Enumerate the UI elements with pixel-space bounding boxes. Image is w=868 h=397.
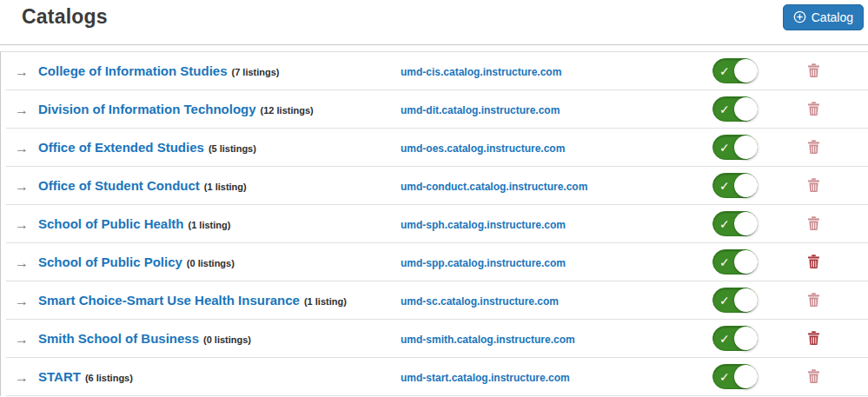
- catalog-domain-cell: umd-oes.catalog.instructure.com: [401, 140, 705, 155]
- catalog-row: → School of Public Policy (0 listings) u…: [6, 243, 868, 281]
- trash-icon[interactable]: [807, 140, 820, 155]
- check-icon: ✓: [719, 218, 730, 230]
- check-icon: ✓: [719, 142, 730, 154]
- listing-count: (5 listings): [209, 143, 256, 154]
- catalog-domain-link[interactable]: umd-sph.catalog.instructure.com: [401, 219, 566, 231]
- enabled-toggle[interactable]: ✓: [712, 58, 758, 83]
- catalog-toggle-cell: ✓: [705, 211, 765, 236]
- trash-icon[interactable]: [807, 331, 820, 346]
- listing-count: (0 listings): [203, 334, 251, 345]
- catalog-delete-cell: [765, 178, 861, 193]
- enabled-toggle[interactable]: ✓: [712, 364, 758, 389]
- catalog-domain-cell: umd-sc.catalog.instructure.com: [401, 293, 705, 308]
- catalog-toggle-cell: ✓: [705, 326, 765, 351]
- enabled-toggle[interactable]: ✓: [712, 249, 758, 275]
- catalog-domain-cell: umd-cis.catalog.instructure.com: [401, 63, 705, 79]
- catalog-name-link[interactable]: School of Public Health: [38, 216, 184, 231]
- enabled-toggle[interactable]: ✓: [712, 173, 758, 198]
- trash-icon[interactable]: [807, 63, 820, 78]
- catalog-domain-link[interactable]: umd-spp.catalog.instructure.com: [401, 257, 566, 269]
- catalog-toggle-cell: ✓: [705, 249, 765, 275]
- catalog-domain-link[interactable]: umd-dit.catalog.instructure.com: [401, 104, 560, 116]
- catalog-domain-link[interactable]: umd-sc.catalog.instructure.com: [401, 295, 559, 308]
- catalog-row: → Smith School of Business (0 listings) …: [6, 320, 868, 358]
- trash-icon[interactable]: [807, 102, 820, 116]
- catalog-delete-cell: [765, 102, 861, 116]
- catalog-name-link[interactable]: School of Public Policy: [38, 255, 182, 269]
- catalog-domain-link[interactable]: umd-start.catalog.instructure.com: [401, 372, 570, 384]
- listing-count: (1 listing): [189, 220, 231, 230]
- catalog-toggle-cell: ✓: [705, 58, 765, 83]
- catalog-delete-cell: [765, 63, 861, 78]
- arrow-right-icon: →: [15, 103, 29, 118]
- catalog-domain-link[interactable]: umd-conduct.catalog.instructure.com: [401, 181, 587, 193]
- catalog-row: → Office of Student Conduct (1 listing) …: [6, 167, 868, 205]
- trash-icon[interactable]: [807, 216, 820, 231]
- toggle-knob: [734, 250, 758, 274]
- toggle-knob: [734, 327, 758, 350]
- catalog-row: → Division of Information Technology (12…: [6, 90, 868, 129]
- catalog-domain-link[interactable]: umd-smith.catalog.instructure.com: [401, 334, 575, 346]
- catalog-toggle-cell: ✓: [705, 288, 765, 313]
- enabled-toggle[interactable]: ✓: [712, 135, 758, 160]
- arrow-right-icon: →: [15, 217, 29, 233]
- trash-icon[interactable]: [807, 369, 820, 384]
- toggle-knob: [734, 288, 758, 312]
- catalog-name-cell: → School of Public Policy (0 listings): [15, 255, 401, 270]
- catalog-toggle-cell: ✓: [705, 173, 765, 198]
- check-icon: ✓: [719, 103, 730, 116]
- catalog-toggle-cell: ✓: [705, 364, 765, 389]
- enabled-toggle[interactable]: ✓: [712, 288, 758, 313]
- catalog-domain-cell: umd-smith.catalog.instructure.com: [401, 331, 705, 347]
- catalog-name-cell: → College of Information Studies (7 list…: [15, 63, 401, 79]
- arrow-right-icon: →: [15, 332, 29, 347]
- check-icon: ✓: [719, 65, 730, 77]
- listing-count: (0 listings): [187, 258, 235, 268]
- catalog-toggle-cell: ✓: [705, 96, 765, 122]
- catalog-row: → School of Public Health (1 listing) um…: [6, 205, 868, 243]
- catalog-toggle-cell: ✓: [705, 135, 765, 160]
- toggle-knob: [734, 365, 758, 388]
- catalog-domain-cell: umd-conduct.catalog.instructure.com: [401, 178, 705, 194]
- toggle-knob: [734, 212, 758, 235]
- trash-icon[interactable]: [807, 255, 820, 269]
- enabled-toggle[interactable]: ✓: [712, 96, 758, 122]
- catalog-row: → Smart Choice-Smart Use Health Insuranc…: [6, 281, 868, 320]
- arrow-right-icon: →: [15, 141, 29, 156]
- listing-count: (12 listings): [261, 105, 314, 116]
- toggle-knob: [734, 59, 758, 83]
- listing-count: (1 listing): [204, 182, 247, 192]
- check-icon: ✓: [719, 371, 730, 383]
- catalog-name-link[interactable]: Office of Student Conduct: [38, 178, 200, 193]
- catalog-domain-link[interactable]: umd-oes.catalog.instructure.com: [401, 142, 565, 155]
- enabled-toggle[interactable]: ✓: [712, 211, 758, 236]
- page-title: Catalogs: [22, 5, 108, 29]
- catalog-domain-link[interactable]: umd-cis.catalog.instructure.com: [401, 66, 561, 78]
- catalog-name-link[interactable]: Office of Extended Studies: [38, 140, 204, 155]
- catalog-delete-cell: [765, 369, 861, 384]
- catalog-domain-cell: umd-sph.catalog.instructure.com: [401, 216, 705, 232]
- catalog-name-link[interactable]: College of Information Studies: [38, 63, 228, 78]
- page-header: Catalogs Catalog: [0, 0, 868, 45]
- catalog-name-cell: → Smith School of Business (0 listings): [15, 331, 401, 347]
- catalog-name-cell: → START (6 listings): [15, 369, 401, 385]
- check-icon: ✓: [719, 333, 730, 345]
- check-icon: ✓: [719, 256, 730, 268]
- trash-icon[interactable]: [807, 293, 820, 308]
- trash-icon[interactable]: [807, 178, 820, 193]
- catalog-name-cell: → School of Public Health (1 listing): [15, 216, 401, 232]
- catalog-row: → START (6 listings) umd-start.catalog.i…: [6, 358, 868, 396]
- add-catalog-button[interactable]: Catalog: [783, 4, 864, 30]
- toggle-knob: [734, 174, 758, 197]
- catalog-name-link[interactable]: Division of Information Technology: [38, 102, 256, 116]
- catalog-name-link[interactable]: Smith School of Business: [38, 331, 199, 346]
- enabled-toggle[interactable]: ✓: [712, 326, 758, 351]
- check-icon: ✓: [719, 294, 730, 307]
- toggle-knob: [734, 136, 758, 159]
- arrow-right-icon: →: [15, 179, 29, 195]
- catalog-row: → Office of Extended Studies (5 listings…: [6, 129, 868, 167]
- catalog-name-link[interactable]: START: [38, 369, 81, 384]
- catalog-name-link[interactable]: Smart Choice-Smart Use Health Insurance: [38, 293, 300, 308]
- add-catalog-button-label: Catalog: [812, 10, 853, 24]
- catalog-domain-cell: umd-spp.catalog.instructure.com: [401, 255, 705, 270]
